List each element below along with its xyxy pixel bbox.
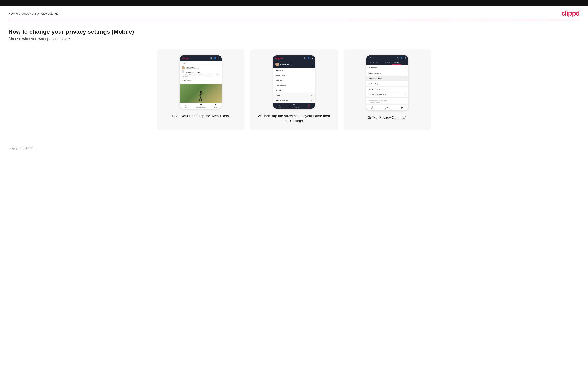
performance-icon-3: ☷ [386,106,388,108]
step-1-caption: 1) On your Feed, tap the 'Menu' icon. [172,114,230,118]
phone-2-header: clippd 🔍 👤 ⚙ [273,55,315,61]
user-icon-2: 👤 [307,57,310,59]
feed-username: Blair McHarg [186,67,199,68]
search-icon-2: 🔍 [303,57,306,59]
phone-3-header: < Back 🔍 👤 ⚙ [366,55,408,60]
footer: Copyright Clippd 2022 [0,143,588,154]
settings-icon-2: ⚙ [311,57,313,59]
nav-close-label: Menu [307,107,311,108]
duration-label: Duration [182,78,220,80]
settings-item-golfbag[interactable]: My Golf Bag > [366,81,408,87]
phone-1-icons: 🔍 👤 ⚙ [210,57,219,59]
menu-item-help: Help & Support ↗ [273,83,315,88]
nav-home-label-dark: Home [277,107,281,108]
menu-user-row: Blair McHarg ∧ [273,61,315,68]
menu-chevron-icon: ∧ [311,63,313,66]
step-3-phone: < Back 🔍 👤 ⚙ My Profile Connections Sett… [366,55,408,110]
step-1-phone: clippd 🔍 👤 ⚙ Feed Blair McHarg [180,55,222,108]
menu-section-home: Home ⌄ [273,93,315,98]
nav-performance-label: My Performance [196,107,205,108]
nav-close: ✕ Menu [307,104,311,108]
performance-icon-dark: ☷ [293,104,295,106]
home-icon: ⌂ [185,104,187,106]
header-title: How to change your privacy settings [8,12,59,15]
phone-2-bottom-nav: ⌂ Home ☷ My Performance ✕ Menu [273,103,315,108]
duration-value: 01 hr : 30 min [182,80,220,82]
help-label: Help & Support [369,88,380,90]
feed-item: Blair McHarg Yesterday · Sunningdale Les… [180,65,222,84]
nav-home: ⌂ Home [184,104,188,108]
steps-row: clippd 🔍 👤 ⚙ Feed Blair McHarg [8,50,580,130]
settings-item-integrations[interactable]: Data Integrations > [366,70,408,76]
nav-home-label-3: Home [371,108,374,109]
phone-3-icons: 🔍 👤 ⚙ [397,57,406,59]
integrations-chevron: > [405,72,406,74]
help-ext-icon: ↗ [405,88,406,90]
page-heading: How to change your privacy settings (Mob… [8,28,580,35]
page-subheading: Choose what you want people to see [8,37,580,41]
tab-connections[interactable]: Connections [379,60,392,65]
lesson-title: Lesson with Fordy [186,71,200,73]
step-3-card: < Back 🔍 👤 ⚙ My Profile Connections Sett… [344,50,431,130]
step-1-card: clippd 🔍 👤 ⚙ Feed Blair McHarg [157,50,244,130]
lesson-icon [182,70,184,73]
copyright: Copyright Clippd 2022 [8,147,33,150]
tab-myprofile[interactable]: My Profile [369,60,379,65]
step-3-caption: 3) Tap 'Privacy Controls'. [368,115,407,120]
settings-item-help[interactable]: Help & Support ↗ [366,87,408,92]
account-label: My Account [369,67,377,69]
phone-2-logo: clippd [275,57,283,60]
search-icon: 🔍 [210,57,213,59]
svg-point-0 [200,91,202,92]
menu-item-settings: Settings [273,78,315,83]
privacy-label: Privacy Controls [369,78,382,79]
menu-user-info: Blair McHarg [275,63,290,66]
menu-icon: ☰ [215,104,216,106]
section-home-label: Home [276,94,280,96]
nav-home-dark: ⌂ Home [277,104,281,108]
service-label: Service & Privacy Policy [369,94,386,96]
logo: clippd [561,9,580,17]
settings-item-privacy[interactable]: Privacy Controls > [366,76,408,81]
menu-section-performance: My Performance ⌄ [273,98,315,103]
server-version: GQL Server Version: 2022.7.30-1 [369,102,406,104]
nav-menu-label: Menu [214,107,217,108]
menu-overlay: My Profile Connections Settings Help & S… [273,68,315,103]
phone-1-header: clippd 🔍 👤 ⚙ [180,55,222,61]
feed-label: Feed [180,61,222,65]
privacy-chevron: > [405,78,406,79]
section-performance-label: My Performance [276,99,288,101]
feed-user-subtitle: Yesterday · Sunningdale [186,68,199,69]
section-home-chevron: ⌄ [311,94,312,96]
tab-settings[interactable]: Settings [392,60,401,65]
external-icon: ↗ [287,84,289,86]
settings-tabs: My Profile Connections Settings [366,60,408,65]
integrations-label: Data Integrations [369,72,381,74]
service-ext-icon: ↗ [405,94,406,96]
feed-lesson-row: Lesson with Fordy [182,70,220,73]
golfer-figure [198,90,204,102]
top-bar [0,0,588,6]
nav-home-label: Home [184,107,188,108]
nav-performance: ☷ My Performance [196,104,205,108]
golfbag-chevron: > [405,83,406,85]
settings-item-service[interactable]: Service & Privacy Policy ↗ [366,92,408,98]
phone-3-bottom-nav: ⌂ Home ☷ My Performance ☰ Menu [366,104,408,110]
step-2-phone: clippd 🔍 👤 ⚙ Blair McHarg ∧ [273,55,315,108]
performance-icon: ☷ [200,104,202,106]
back-button: < Back [369,57,374,59]
home-icon-dark: ⌂ [279,104,280,106]
step-2-caption: 2) Then, tap the arrow next to your name… [255,114,333,124]
section-performance-chevron: ⌄ [311,99,312,101]
main-content: How to change your privacy settings (Mob… [0,20,588,143]
settings-icon-3: ⚙ [404,57,406,59]
nav-performance-label-3: My Performance [383,108,392,109]
menu-username: Blair McHarg [280,64,290,66]
step-2-card: clippd 🔍 👤 ⚙ Blair McHarg ∧ [250,50,338,130]
golfbag-label: My Golf Bag [369,83,378,85]
nav-menu-label-3: Menu [401,108,404,109]
menu-item-connections: Connections [273,73,315,78]
settings-item-account[interactable]: My Account > [366,65,408,70]
nav-performance-dark: ☷ My Performance [289,104,299,108]
nav-performance-3: ☷ My Performance [383,106,392,109]
